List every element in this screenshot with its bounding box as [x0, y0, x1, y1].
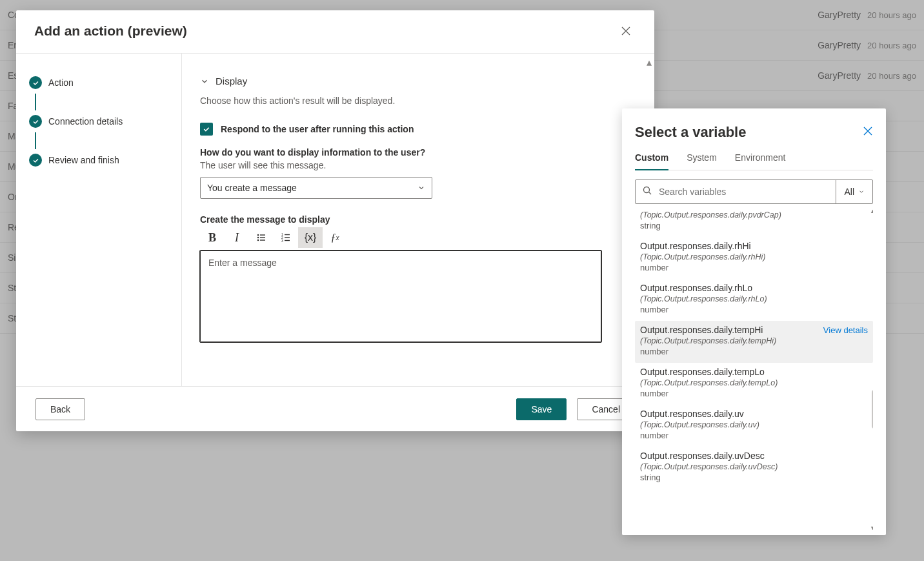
- bold-button[interactable]: B: [200, 227, 225, 248]
- close-icon: [621, 26, 631, 36]
- display-mode-select[interactable]: You create a message: [200, 177, 432, 199]
- tab-system[interactable]: System: [687, 152, 717, 170]
- respond-checkbox-row[interactable]: Respond to the user after running this a…: [200, 123, 636, 136]
- variable-item-partial[interactable]: (Topic.Output.responses.daily.pvdrCap) s…: [635, 210, 873, 237]
- svg-point-0: [257, 234, 259, 236]
- close-varpanel-button[interactable]: [863, 126, 873, 139]
- numbered-list-button[interactable]: 123: [274, 227, 298, 248]
- insert-variable-button[interactable]: {x}: [298, 227, 323, 248]
- chevron-down-icon: [417, 184, 425, 192]
- variable-path: (Topic.Output.responses.daily.rhLo): [640, 294, 868, 303]
- scroll-up-icon[interactable]: ▲: [870, 209, 873, 214]
- variable-type: string: [640, 473, 868, 482]
- svg-point-4: [257, 240, 259, 241]
- step-label: Action: [48, 77, 74, 88]
- variable-type: number: [640, 431, 868, 440]
- varpanel-title: Select a variable: [635, 124, 746, 141]
- variable-item[interactable]: Output.responses.daily.rhHi (Topic.Outpu…: [635, 237, 873, 279]
- bullet-list-button[interactable]: [249, 227, 274, 248]
- svg-rect-3: [260, 237, 265, 238]
- search-icon: [642, 185, 652, 198]
- step-label: Review and finish: [48, 155, 119, 165]
- svg-rect-7: [285, 234, 290, 235]
- variable-path: (Topic.Output.responses.daily.rhHi): [640, 252, 868, 261]
- dialog-title: Add an action (preview): [34, 23, 187, 39]
- check-icon: [29, 115, 42, 128]
- svg-rect-9: [285, 237, 290, 238]
- variable-path: (Topic.Output.responses.daily.tempLo): [640, 378, 868, 387]
- svg-text:3: 3: [281, 239, 283, 243]
- variable-type: number: [640, 347, 868, 356]
- close-icon: [863, 126, 873, 136]
- variable-name: Output.responses.daily.uv: [640, 409, 868, 419]
- variable-list[interactable]: ▲ ▼ (Topic.Output.responses.daily.pvdrCa…: [635, 209, 873, 530]
- view-details-link[interactable]: View details: [823, 325, 868, 335]
- numbered-list-icon: 123: [281, 232, 291, 243]
- select-variable-panel: Select a variable Custom System Environm…: [622, 108, 886, 535]
- tab-custom[interactable]: Custom: [635, 152, 668, 170]
- step-label: Connection details: [48, 116, 123, 127]
- checkbox-label: Respond to the user after running this a…: [221, 124, 414, 134]
- chevron-down-icon: [200, 77, 209, 86]
- variable-path: (Topic.Output.responses.daily.pvdrCap): [640, 210, 868, 219]
- back-button[interactable]: Back: [35, 398, 85, 420]
- variable-name: Output.responses.daily.rhHi: [640, 241, 868, 251]
- step-connection-details[interactable]: Connection details: [29, 110, 168, 132]
- step-action[interactable]: Action: [29, 72, 168, 94]
- var-search-input[interactable]: [659, 187, 829, 197]
- variable-item-selected[interactable]: Output.responses.daily.tempHi View detai…: [635, 321, 873, 363]
- variable-type: number: [640, 305, 868, 314]
- variable-path: (Topic.Output.responses.daily.uv): [640, 420, 868, 429]
- select-value: You create a message: [207, 183, 297, 193]
- dialog-footer: Back Save Cancel: [16, 386, 654, 431]
- filter-label: All: [844, 187, 854, 197]
- variable-type: number: [640, 263, 868, 272]
- var-filter-button[interactable]: All: [836, 180, 872, 203]
- editor-toolbar: B I 123 {x} ƒx: [200, 227, 636, 248]
- variable-type: string: [640, 221, 868, 230]
- dialog-main-panel: ▴ Display Choose how this action's resul…: [182, 54, 654, 386]
- svg-point-2: [257, 237, 259, 239]
- close-dialog-button[interactable]: [616, 21, 636, 41]
- save-button[interactable]: Save: [516, 398, 567, 420]
- variable-path: (Topic.Output.responses.daily.tempHi): [640, 336, 868, 345]
- svg-rect-11: [285, 240, 290, 241]
- checkbox-checked-icon[interactable]: [200, 123, 213, 136]
- tab-environment[interactable]: Environment: [735, 152, 786, 170]
- section-title: Display: [216, 76, 247, 87]
- editor-placeholder: Enter a message: [208, 258, 277, 268]
- wizard-steps-sidebar: Action Connection details Review and fin…: [16, 54, 182, 386]
- message-editor[interactable]: Enter a message: [200, 250, 601, 342]
- section-description: Choose how this action's result will be …: [200, 96, 636, 106]
- scrollbar-thumb[interactable]: [872, 390, 873, 429]
- svg-point-12: [644, 187, 650, 193]
- varpanel-tabs: Custom System Environment: [635, 152, 873, 170]
- add-action-dialog: Add an action (preview) Action Connectio…: [16, 10, 654, 431]
- check-icon: [29, 154, 42, 167]
- scroll-down-icon[interactable]: ▼: [870, 525, 873, 530]
- svg-rect-1: [260, 234, 265, 235]
- create-message-label: Create the message to display: [200, 214, 636, 225]
- step-review-finish[interactable]: Review and finish: [29, 149, 168, 171]
- chevron-down-icon: [858, 189, 865, 195]
- variable-name: Output.responses.daily.rhLo: [640, 283, 868, 293]
- section-header-display[interactable]: Display: [200, 76, 636, 87]
- bullet-list-icon: [256, 232, 266, 243]
- variable-type: number: [640, 389, 868, 398]
- variable-name: Output.responses.daily.uvDesc: [640, 451, 868, 461]
- variable-item[interactable]: Output.responses.daily.uv (Topic.Output.…: [635, 405, 873, 447]
- variable-path: (Topic.Output.responses.daily.uvDesc): [640, 462, 868, 471]
- formula-button[interactable]: ƒx: [323, 227, 347, 248]
- svg-rect-5: [260, 240, 265, 240]
- variable-item[interactable]: Output.responses.daily.uvDesc (Topic.Out…: [635, 447, 873, 489]
- variable-item[interactable]: Output.responses.daily.tempLo (Topic.Out…: [635, 363, 873, 405]
- check-icon: [29, 76, 42, 89]
- italic-button[interactable]: I: [225, 227, 249, 248]
- variable-name: Output.responses.daily.tempHi: [640, 325, 763, 335]
- variable-item[interactable]: Output.responses.daily.rhLo (Topic.Outpu…: [635, 279, 873, 321]
- var-search-row: All: [635, 179, 873, 204]
- how-display-label: How do you want to display information t…: [200, 147, 636, 158]
- variable-name: Output.responses.daily.tempLo: [640, 367, 868, 377]
- user-will-see-label: The user will see this message.: [200, 160, 636, 170]
- scroll-up-icon[interactable]: ▴: [647, 56, 652, 68]
